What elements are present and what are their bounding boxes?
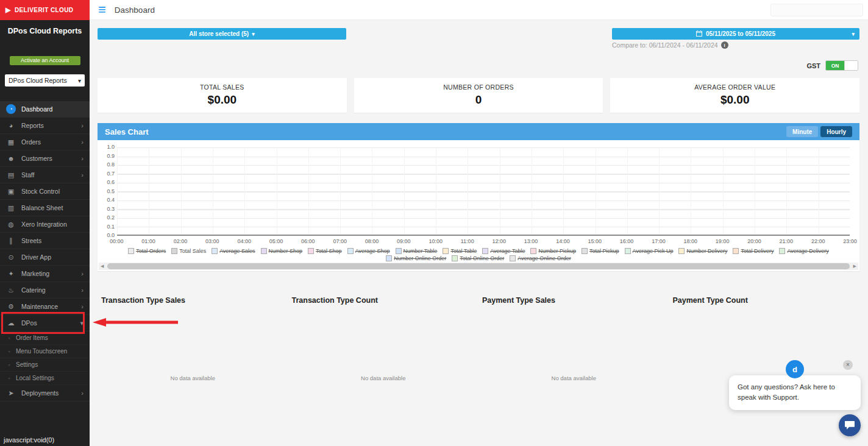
sidebar-menu-item[interactable]: ➤ Deployments › ▾	[0, 385, 90, 402]
sidebar-menu-item[interactable]: ☁ DPos › ▾	[0, 315, 90, 331]
sidebar-menu-item[interactable]: ◦ Menu Touchscreen › ▾	[0, 345, 90, 358]
legend-item[interactable]: Total Table	[443, 248, 477, 254]
legend-item[interactable]: Number Shop	[261, 248, 303, 254]
legend-item[interactable]: Average Sales	[212, 248, 255, 254]
info-icon[interactable]: i	[721, 41, 728, 49]
chevron-right-icon: ›	[81, 270, 84, 277]
sidebar-menu-item[interactable]: ◔ Dashboard › ▾	[0, 101, 90, 118]
sidebar-menu-item[interactable]: ▣ Stock Control › ▾	[0, 183, 90, 200]
topbar-search-input[interactable]	[770, 4, 863, 16]
scroll-left-icon[interactable]: ◀	[101, 263, 104, 270]
legend-item[interactable]: Average Pick Up	[625, 248, 674, 254]
legend-item[interactable]: Total Shop	[308, 248, 342, 254]
store-selector-button[interactable]: All store selected (5) ▾	[98, 28, 346, 40]
sidebar-menu-item[interactable]: ∥ Streets › ▾	[0, 233, 90, 249]
menu-item-icon: ▦	[6, 137, 16, 147]
legend-item[interactable]: Average Table	[482, 248, 525, 254]
legend-label: Number Online Order	[394, 255, 446, 261]
sidebar-menu-item[interactable]: ⚙ Maintenance › ▾	[0, 299, 90, 315]
menu-item-label: Deployments	[21, 389, 76, 397]
legend-item[interactable]: Average Delivery	[779, 248, 828, 254]
legend-item[interactable]: Total Pickup	[582, 248, 619, 254]
x-axis-tick: 00:00	[110, 238, 124, 244]
legend-color-swatch	[396, 248, 402, 254]
chart-section-title: Transaction Type Count	[292, 296, 475, 305]
chart-horizontal-scrollbar[interactable]: ◀ ▶	[99, 263, 858, 270]
legend-item[interactable]: Number Pickup	[530, 248, 576, 254]
x-axis-tick: 13:00	[524, 238, 538, 244]
legend-label: Total Shop	[316, 248, 342, 254]
chart-mode-button[interactable]: Hourly	[820, 126, 852, 137]
chat-bubble-icon	[844, 420, 855, 430]
stat-card-label: AVERAGE ORDER VALUE	[610, 83, 859, 91]
chat-close-button[interactable]: ×	[843, 360, 853, 370]
sidebar-menu-item[interactable]: ✦ Marketing › ▾	[0, 266, 90, 282]
legend-item[interactable]: Total Delivery	[733, 248, 774, 254]
legend-item[interactable]: Total Online Order	[452, 255, 504, 261]
gst-label: GST	[806, 62, 820, 69]
x-axis-tick: 04:00	[237, 238, 251, 244]
legend-item[interactable]: Number Online Order	[386, 255, 446, 261]
menu-item-icon: ♨	[6, 285, 16, 295]
report-type-select-value: DPos Cloud Reports	[9, 77, 67, 84]
x-axis-tick: 07:00	[333, 238, 347, 244]
legend-color-swatch	[510, 255, 516, 261]
sidebar-menu-item[interactable]: ☻ Customers › ▾	[0, 150, 90, 167]
y-axis-tick: 0.9	[107, 154, 115, 159]
sidebar-menu-item[interactable]: ▦ Orders › ▾	[0, 134, 90, 150]
legend-label: Total Sales	[179, 248, 206, 254]
menu-item-label: Dashboard	[21, 105, 84, 113]
sidebar-menu-item[interactable]: ◍ Xero Integration › ▾	[0, 216, 90, 233]
gst-on-segment: ON	[826, 61, 844, 70]
sidebar-menu-item[interactable]: ♨ Catering › ▾	[0, 282, 90, 299]
main-area: ≡ Dashboard All store selected (5) ▾ 05/…	[90, 0, 868, 446]
chevron-right-icon: ›	[81, 155, 84, 162]
sidebar-menu-item[interactable]: ◦ Order Items › ▾	[0, 331, 90, 345]
scroll-right-icon[interactable]: ▶	[853, 263, 856, 270]
activate-account-button[interactable]: Activate an Account	[10, 56, 80, 65]
sales-chart-header: Sales Chart Minute Hourly	[98, 123, 859, 140]
chevron-down-icon: ▾	[80, 319, 84, 327]
y-axis-tick: 0.0	[107, 233, 115, 238]
support-chat-popup[interactable]: Got any questions? Ask here to speak wit…	[729, 375, 861, 410]
legend-item[interactable]: Number Table	[396, 248, 438, 254]
x-axis-tick: 10:00	[429, 238, 443, 244]
sidebar-menu-item[interactable]: ◦ Settings › ▾	[0, 358, 90, 372]
report-type-select[interactable]: DPos Cloud Reports ▾	[5, 74, 85, 87]
legend-item[interactable]: Average Online Order	[510, 255, 571, 261]
scrollbar-thumb[interactable]	[107, 263, 850, 269]
app-root: ▶ DELIVERIT CLOUD DPos Cloud Reports Act…	[0, 0, 868, 446]
sidebar-menu-item[interactable]: ◦ Local Settings › ▾	[0, 372, 90, 385]
app-logo[interactable]: ▶ DELIVERIT CLOUD	[0, 0, 90, 20]
menu-item-icon: ▥	[6, 203, 16, 213]
legend-item[interactable]: Total Orders	[128, 248, 166, 254]
menu-item-label: Orders	[21, 138, 76, 146]
chart-mode-button[interactable]: Minute	[786, 126, 818, 137]
hamburger-menu-icon[interactable]: ≡	[90, 3, 115, 16]
date-range-button[interactable]: 05/11/2025 to 05/11/2025 ▾	[612, 28, 859, 40]
sidebar-menu-item[interactable]: ⊙ Driver App › ▾	[0, 249, 90, 266]
menu-item-label: Settings	[16, 361, 84, 368]
menu-item-label: Stock Control	[21, 188, 84, 195]
menu-item-label: Reports	[21, 122, 76, 129]
gst-toggle[interactable]: ON	[825, 60, 858, 71]
legend-item[interactable]: Number Delivery	[678, 248, 727, 254]
sidebar-menu-item[interactable]: ◕ Reports › ▾	[0, 118, 90, 134]
legend-item[interactable]: Average Shop	[347, 248, 390, 254]
sidebar-menu-item[interactable]: ▥ Balance Sheet › ▾	[0, 200, 90, 216]
legend-label: Average Sales	[219, 248, 255, 254]
legend-item[interactable]: Total Sales	[171, 248, 206, 254]
legend-color-swatch	[212, 248, 218, 254]
menu-item-icon: ◕	[6, 121, 16, 130]
menu-item-icon: ⚙	[6, 302, 16, 311]
x-axis-tick: 09:00	[397, 238, 411, 244]
menu-item-icon: ➤	[6, 388, 16, 398]
chat-launcher-button[interactable]	[839, 414, 861, 436]
x-axis-tick: 15:00	[588, 238, 602, 244]
legend-label: Number Pickup	[538, 248, 576, 254]
menu-item-icon: ◦	[6, 347, 12, 356]
x-axis-tick: 03:00	[205, 238, 219, 244]
chart-legend: Total Orders Total Sales Average Sales	[102, 248, 855, 261]
legend-color-swatch	[779, 248, 785, 254]
sidebar-menu-item[interactable]: ▤ Staff › ▾	[0, 167, 90, 183]
